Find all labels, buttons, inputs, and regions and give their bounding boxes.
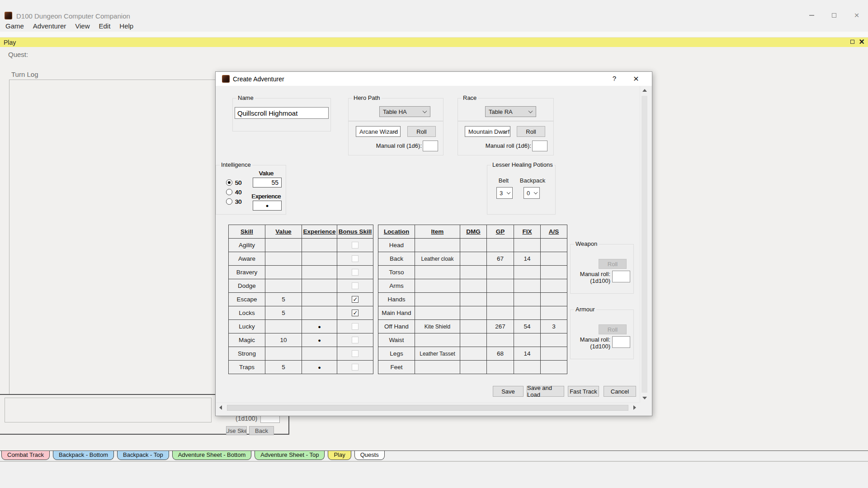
gp-cell[interactable] [486, 361, 514, 374]
help-button[interactable]: ? [609, 75, 620, 84]
restore-button[interactable] [829, 11, 839, 20]
item-cell[interactable]: Leather Tasset [415, 347, 460, 360]
menu-item[interactable]: Edit [94, 21, 115, 32]
radio-50[interactable] [226, 179, 232, 186]
close-button[interactable]: × [852, 11, 862, 20]
gp-cell[interactable]: 68 [486, 347, 514, 360]
fix-cell[interactable] [514, 306, 540, 319]
gp-cell[interactable] [486, 266, 514, 279]
item-cell[interactable] [415, 293, 460, 306]
scroll-right-icon[interactable] [633, 405, 636, 410]
fix-cell[interactable] [514, 293, 540, 306]
skill-value-cell[interactable]: 5 [265, 361, 302, 374]
menu-item[interactable]: Adventurer [28, 21, 71, 32]
save-and-load-button[interactable]: Save and Load [527, 386, 564, 397]
skill-experience-cell[interactable]: ● [302, 361, 337, 374]
bonus-skill-checkbox[interactable] [352, 282, 359, 289]
race-manual-roll-input[interactable] [532, 141, 547, 151]
horizontal-scrollbar-thumb[interactable] [227, 405, 628, 411]
gp-cell[interactable] [486, 293, 514, 306]
item-cell[interactable]: Kite Shield [415, 320, 460, 333]
sheet-tab[interactable]: Quests [354, 451, 385, 460]
bonus-skill-checkbox[interactable] [352, 255, 359, 262]
hero-path-table-select[interactable]: Table HA [379, 106, 430, 117]
skill-experience-cell[interactable] [302, 347, 337, 360]
skill-experience-cell[interactable] [302, 252, 337, 265]
fix-cell[interactable]: 14 [514, 347, 540, 360]
gp-cell[interactable] [486, 333, 514, 347]
sheet-tab[interactable]: Adventure Sheet - Bottom [172, 451, 252, 460]
as-cell[interactable] [540, 239, 567, 252]
bonus-skill-checkbox[interactable] [352, 242, 359, 249]
vertical-scrollbar[interactable] [640, 86, 648, 403]
bonus-skill-checkbox[interactable] [352, 337, 359, 343]
hero-path-result-select[interactable]: Arcane Wizard [356, 126, 401, 137]
sheet-tab[interactable]: Backpack - Top [117, 451, 169, 460]
skill-value-cell[interactable]: 10 [265, 333, 302, 347]
dmg-cell[interactable] [460, 252, 486, 265]
as-cell[interactable]: 3 [540, 320, 567, 333]
skill-experience-cell[interactable] [302, 306, 337, 319]
play-close-icon[interactable]: × [859, 39, 864, 44]
dmg-cell[interactable] [460, 333, 486, 347]
gp-cell[interactable] [486, 306, 514, 319]
dmg-cell[interactable] [460, 293, 486, 306]
bonus-skill-checkbox[interactable] [352, 350, 359, 357]
item-cell[interactable] [415, 239, 460, 252]
cancel-button[interactable]: Cancel [604, 386, 636, 397]
bonus-skill-checkbox[interactable] [352, 364, 359, 371]
skill-experience-cell[interactable]: ● [302, 320, 337, 333]
skill-value-cell[interactable] [265, 266, 302, 279]
skill-experience-cell[interactable] [302, 279, 337, 292]
race-result-select[interactable]: Mountain Dwarf [465, 126, 510, 137]
back-button[interactable]: Back [249, 426, 274, 435]
race-table-select[interactable]: Table RA [485, 106, 536, 117]
dmg-cell[interactable] [460, 361, 486, 374]
fix-cell[interactable] [514, 266, 540, 279]
skill-value-cell[interactable] [265, 239, 302, 252]
dmg-cell[interactable] [460, 320, 486, 333]
menu-item[interactable]: Game [1, 21, 28, 32]
item-cell[interactable]: Leather cloak [415, 252, 460, 265]
bonus-skill-checkbox[interactable] [352, 310, 359, 316]
hero-path-roll-button[interactable]: Roll [407, 126, 436, 137]
dmg-cell[interactable] [460, 306, 486, 319]
dmg-cell[interactable] [460, 347, 486, 360]
item-cell[interactable] [415, 361, 460, 374]
name-input[interactable] [235, 107, 329, 119]
dmg-cell[interactable] [460, 239, 486, 252]
minimize-button[interactable] [807, 11, 816, 20]
as-cell[interactable] [540, 347, 567, 360]
skill-value-cell[interactable]: 5 [265, 293, 302, 306]
sheet-tab[interactable]: Combat Track [1, 451, 50, 460]
menu-item[interactable]: View [71, 21, 94, 32]
save-button[interactable]: Save [493, 386, 524, 397]
gp-cell[interactable]: 267 [486, 320, 514, 333]
gp-cell[interactable]: 67 [486, 252, 514, 265]
hero-path-manual-roll-input[interactable] [423, 141, 438, 151]
item-cell[interactable] [415, 333, 460, 347]
bonus-skill-checkbox[interactable] [352, 269, 359, 276]
attribute-value-input[interactable] [253, 178, 282, 188]
weapon-roll-button[interactable]: Roll [599, 259, 627, 269]
gp-cell[interactable] [486, 279, 514, 292]
fast-track-button[interactable]: Fast Track [568, 386, 599, 397]
skill-experience-cell[interactable] [302, 266, 337, 279]
horizontal-scrollbar[interactable] [216, 403, 639, 412]
radio-40[interactable] [226, 189, 232, 195]
sheet-tab[interactable]: Adventure Sheet - Top [255, 451, 325, 460]
dmg-cell[interactable] [460, 266, 486, 279]
as-cell[interactable] [540, 333, 567, 347]
skill-experience-cell[interactable] [302, 239, 337, 252]
dialog-close-button[interactable]: × [630, 74, 642, 84]
skill-value-cell[interactable] [265, 320, 302, 333]
as-cell[interactable] [540, 306, 567, 319]
play-restore-icon[interactable] [850, 40, 854, 44]
belt-select[interactable]: 3 [496, 187, 513, 199]
race-roll-button[interactable]: Roll [517, 126, 545, 137]
item-cell[interactable] [415, 266, 460, 279]
skill-value-cell[interactable]: 5 [265, 306, 302, 319]
fix-cell[interactable] [514, 361, 540, 374]
fix-cell[interactable] [514, 239, 540, 252]
skill-experience-cell[interactable] [302, 293, 337, 306]
